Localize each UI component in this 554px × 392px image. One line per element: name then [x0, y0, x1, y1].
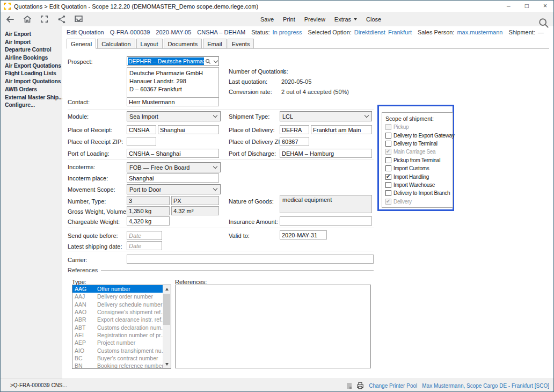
sidebar-item-flight-loading-lists[interactable]: Flight Loading Lists	[1, 69, 62, 77]
chevron-down-icon	[213, 164, 217, 169]
prospect-combobox[interactable]: DEPHFR – Deutsche Pharmazie GmbH	[127, 56, 219, 66]
type-row-aio[interactable]: AIOCustoms transhipment nu...	[72, 346, 163, 354]
module-select[interactable]: Sea Import	[127, 111, 221, 121]
save-button[interactable]: Save	[260, 16, 274, 23]
current-user-link[interactable]: Max Mustermann, Scope Cargo DE - Frankfu…	[422, 383, 549, 389]
checkbox-icon[interactable]	[385, 141, 391, 147]
prospect-label: Prospect:	[68, 59, 92, 65]
sidebar-item-departure-control[interactable]: Departure Control	[1, 45, 62, 53]
chevron-down-icon[interactable]	[214, 58, 218, 62]
selected-option-branch[interactable]: Frankfurt	[388, 29, 412, 35]
separator	[101, 270, 374, 271]
checkbox-icon[interactable]	[385, 182, 391, 188]
type-row-aan[interactable]: AANDelivery schedule number	[72, 301, 163, 308]
chargeable-weight-input[interactable]	[127, 216, 170, 226]
tab-calculation[interactable]: Calculation	[97, 39, 135, 48]
type-row-aaj[interactable]: AAJDelivery order number	[72, 293, 163, 300]
checkbox-pickup-from-terminal[interactable]: Pickup from Terminal	[385, 156, 453, 164]
port-of-discharge-input[interactable]	[280, 149, 372, 158]
insurance-amount-input[interactable]	[280, 216, 372, 226]
status-value[interactable]: In progress	[272, 29, 302, 35]
sidebar-item-airline-bookings[interactable]: Airline Bookings	[1, 53, 62, 61]
checkbox-delivery-to-import-branch[interactable]: Delivery to Import Branch	[385, 189, 453, 197]
scope-logo-icon	[4, 3, 11, 10]
sidebar-item-configure[interactable]: Configure...	[1, 100, 62, 108]
references-textarea[interactable]	[175, 285, 371, 368]
number-type-label: Number, Type:	[68, 198, 106, 205]
conversion-rate-label: Conversion rate:	[229, 89, 272, 95]
valid-to-input[interactable]	[280, 230, 327, 239]
place-of-receipt-zip-input[interactable]	[127, 137, 156, 146]
number-of-quotations-value[interactable]: 4	[281, 68, 285, 75]
checkbox-import-warehouse[interactable]: Import Warehouse	[385, 181, 453, 189]
home-icon[interactable]	[22, 14, 32, 24]
place-of-delivery-zip-input[interactable]	[280, 137, 309, 146]
checkbox-icon[interactable]	[385, 190, 391, 196]
sidebar-item-air-export-quotations[interactable]: Air Export Quotations	[1, 61, 62, 69]
scrollbar[interactable]	[163, 285, 171, 368]
tab-email[interactable]: Email	[203, 39, 227, 48]
print-button[interactable]: Print	[283, 16, 295, 23]
checkbox-import-customs[interactable]: Import Customs	[385, 164, 453, 172]
tab-documents[interactable]: Documents	[164, 39, 202, 48]
type-row-aei[interactable]: AEIRegistration number of pr...	[72, 331, 163, 339]
checkbox-icon[interactable]	[385, 174, 391, 180]
checkbox-import-handling[interactable]: Import Handling	[385, 172, 453, 180]
checkbox-icon[interactable]	[385, 133, 391, 139]
type-row-aag[interactable]: AAGOffer number	[72, 285, 163, 293]
place-of-delivery-code-input[interactable]	[280, 125, 309, 134]
selected-option-value[interactable]: Direktdienst	[354, 29, 385, 35]
search-icon[interactable]	[538, 17, 550, 31]
statusbar-quotation-ref[interactable]: >Q-FRA-000039 CNS...	[10, 382, 67, 388]
scroll-up-icon[interactable]	[163, 285, 171, 293]
checkbox-delivery-to-terminal[interactable]: Delivery to Terminal	[385, 140, 453, 148]
tab-events[interactable]: Events	[228, 39, 254, 48]
scrollbar-thumb[interactable]	[163, 294, 170, 325]
inbox-icon[interactable]	[74, 14, 84, 24]
close-view-button[interactable]: Close	[366, 16, 381, 23]
sidebar-item-air-export[interactable]: Air Export	[1, 30, 62, 38]
tab-layout[interactable]: Layout	[136, 39, 163, 48]
place-of-receipt-name-input[interactable]	[158, 125, 219, 134]
place-of-receipt-code-input[interactable]	[127, 125, 156, 134]
type-row-bn[interactable]: BNBooking reference number	[72, 362, 163, 368]
movement-scope-select[interactable]: Port to Door	[127, 184, 221, 194]
latest-shipping-date-input[interactable]	[127, 241, 162, 250]
checkbox-icon[interactable]	[385, 157, 391, 163]
type-row-bc[interactable]: BCBuyer's contract number	[72, 354, 163, 362]
tab-general[interactable]: General	[67, 39, 96, 49]
note-icon[interactable]	[347, 383, 352, 389]
preview-button[interactable]: Preview	[304, 16, 325, 23]
type-row-aep[interactable]: AEPProject number	[72, 339, 163, 346]
incoterm-place-input[interactable]	[127, 173, 219, 183]
scroll-down-icon[interactable]	[163, 360, 171, 368]
sidebar-item-air-import-quotations[interactable]: Air Import Quotations	[1, 77, 62, 85]
extras-menu-button[interactable]: Extras	[334, 16, 357, 23]
carrier-input[interactable]	[127, 255, 374, 264]
share-icon[interactable]	[56, 14, 67, 24]
sales-person-value[interactable]: max.mustermann	[457, 29, 502, 35]
checkbox-icon[interactable]	[385, 165, 391, 171]
place-of-delivery-name-input[interactable]	[311, 125, 372, 134]
port-of-loading-input[interactable]	[127, 149, 219, 158]
fullscreen-icon[interactable]	[39, 14, 49, 24]
contact-input[interactable]	[127, 97, 219, 106]
type-row-aao[interactable]: AAOConsignee's shipment ref...	[72, 308, 163, 316]
change-printer-pool-link[interactable]: Change Printer Pool	[369, 383, 417, 389]
printer-icon[interactable]	[356, 382, 364, 389]
send-quote-before-input[interactable]	[127, 231, 162, 240]
maximize-button[interactable]: □	[525, 1, 529, 12]
sidebar-item-external-master-ship[interactable]: External Master Ship...	[1, 93, 62, 101]
checkbox-delivery-to-export-gateway[interactable]: Delivery to Export Gateway	[385, 131, 453, 139]
reference-type-list[interactable]: AAGOffer number AAJDelivery order number…	[72, 285, 171, 369]
type-row-abr[interactable]: ABRExport clearance instr. ref....	[72, 316, 163, 323]
type-row-abt[interactable]: ABTCustoms declaration num...	[72, 323, 163, 331]
sidebar-item-awb-orders[interactable]: AWB Orders	[1, 85, 62, 93]
incoterms-select[interactable]: FOB — Free On Board	[127, 162, 221, 172]
sidebar-item-air-import[interactable]: Air Import	[1, 38, 62, 46]
minimize-button[interactable]: –	[507, 1, 511, 12]
search-icon[interactable]	[205, 59, 211, 64]
close-button[interactable]: ×	[543, 1, 547, 12]
back-icon[interactable]	[5, 14, 15, 24]
shipment-type-select[interactable]: LCL	[280, 111, 372, 121]
